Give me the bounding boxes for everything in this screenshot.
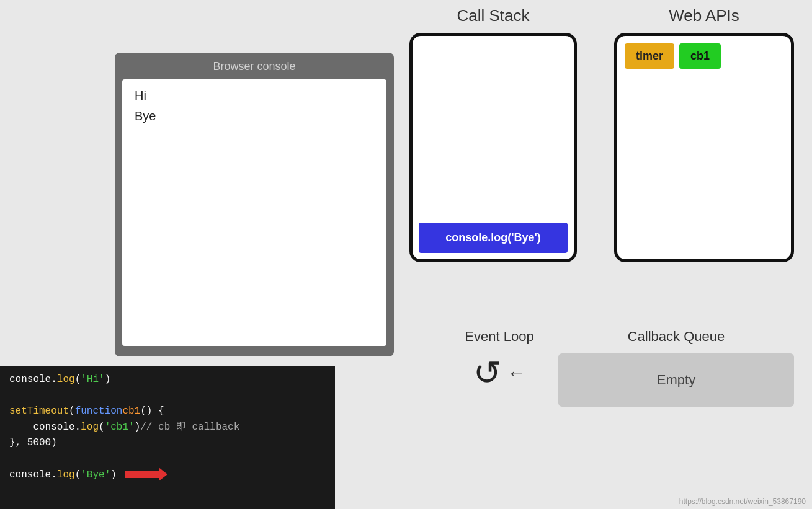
browser-console-title: Browser console xyxy=(122,60,386,73)
stack-item-consolelog: console.log('Bye') xyxy=(419,223,568,253)
browser-console-inner: Hi Bye xyxy=(122,79,386,346)
web-apis-section: Web APIs timer cb1 xyxy=(614,6,794,262)
code-text-consolelog-hi: console.log('Hi') xyxy=(9,372,110,388)
call-stack-title: Call Stack xyxy=(409,6,577,25)
code-text-settimeout: setTimeout xyxy=(9,404,69,420)
event-loop-arrow: ← xyxy=(507,363,526,384)
web-apis-row: timer cb1 xyxy=(625,43,783,69)
cb1-badge: cb1 xyxy=(679,43,721,69)
code-line-4: }, 5000) xyxy=(9,435,326,451)
code-text-consolelog-bye: console.log('Bye') xyxy=(9,467,117,484)
code-line-3: console.log('cb1') // cb 即 callback xyxy=(9,420,326,436)
browser-console-panel: Browser console Hi Bye xyxy=(115,53,394,356)
call-stack-section: Call Stack console.log('Bye') xyxy=(409,6,577,262)
callback-queue-section: Callback Queue Empty xyxy=(558,329,794,407)
console-line-hi: Hi xyxy=(135,89,374,103)
console-line-bye: Bye xyxy=(135,109,374,123)
code-line-5: console.log('Bye') xyxy=(9,467,326,484)
callback-queue-empty-label: Empty xyxy=(571,372,782,388)
timer-badge: timer xyxy=(625,43,674,69)
watermark: https://blog.csdn.net/weixin_53867190 xyxy=(679,497,806,506)
code-text-inner: console.log('cb1') xyxy=(9,420,140,436)
web-apis-box: timer cb1 xyxy=(614,33,794,262)
code-block: console.log('Hi') setTimeout(function cb… xyxy=(9,372,326,483)
call-stack-box: console.log('Bye') xyxy=(409,33,577,262)
web-apis-title: Web APIs xyxy=(614,6,794,25)
code-line-2: setTimeout(function cb1() { xyxy=(9,404,326,420)
event-loop-icon: ↺ xyxy=(473,353,501,392)
red-arrow xyxy=(125,467,159,484)
code-line-1: console.log('Hi') xyxy=(9,372,326,388)
callback-queue-title: Callback Queue xyxy=(558,329,794,345)
callback-queue-box: Empty xyxy=(558,353,794,407)
code-section: console.log('Hi') setTimeout(function cb… xyxy=(0,366,335,509)
code-text-close: }, 5000) xyxy=(9,435,57,451)
